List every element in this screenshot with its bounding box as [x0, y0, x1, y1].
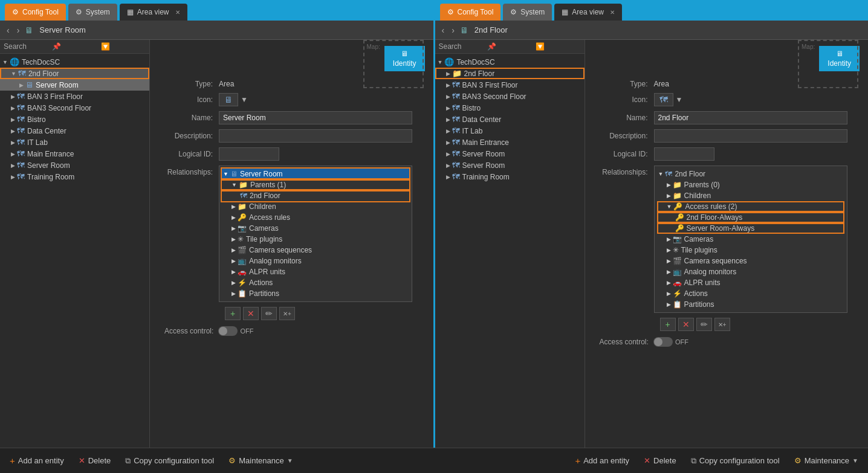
left-add-entity-btn[interactable]: + Add an entity [10, 455, 64, 466]
right-tree-item-2ndfloor[interactable]: ▶ 📁 2nd Floor [435, 68, 585, 79]
left-rel-removeadd-btn[interactable]: ✕+ [279, 307, 295, 320]
left-tab-system[interactable]: ⚙ System [68, 4, 117, 21]
tree-item-bistro[interactable]: ▶ 🗺 Bistro [0, 114, 149, 125]
right-tab-system[interactable]: ⚙ System [503, 4, 552, 21]
right-rel-item-2ndflooralways[interactable]: 🔑 2nd Floor-Always [657, 212, 844, 223]
tree-item-serverroom2[interactable]: ▶ 🗺 Server Room [0, 159, 149, 171]
rel-item-partitions[interactable]: ▶ 📋 Partitions [222, 288, 409, 299]
right-rel-item-partitions[interactable]: ▶ 📋 Partitions [657, 299, 844, 310]
right-search-pin-icon[interactable]: 📌 [487, 42, 532, 51]
right-desc-input[interactable] [654, 129, 847, 143]
right-tree-ban3second[interactable]: ▶ 🗺 BAN3 Second Floor [435, 91, 585, 102]
right-tree-datacenter[interactable]: ▶ 🗺 Data Center [435, 114, 585, 125]
right-rel-item-accessrules[interactable]: ▼ 🔑 Access rules (2) [657, 201, 844, 212]
left-tab-areaview[interactable]: ▦ Area view ✕ [120, 4, 187, 21]
right-tree-serverroom3[interactable]: ▶ 🗺 Server Room [435, 148, 585, 159]
left-tab-areaview-label: Area view [137, 8, 169, 16]
right-rel-item-cameras[interactable]: ▶ 📷 Cameras [657, 234, 844, 245]
tree-item-itlab[interactable]: ▶ 🗺 IT Lab [0, 137, 149, 148]
left-search-pin-icon[interactable]: 📌 [52, 42, 97, 51]
right-tree-mainentrance[interactable]: ▶ 🗺 Main Entrance [435, 137, 585, 148]
left-tab-config[interactable]: ⚙ Config Tool [5, 4, 66, 21]
right-tab-close[interactable]: ✕ [610, 9, 615, 16]
left-desc-input[interactable] [219, 129, 412, 143]
right-rel-item-actions[interactable]: ▶ ⚡ Actions [657, 288, 844, 299]
right-tree-bistro[interactable]: ▶ 🗺 Bistro [435, 102, 585, 114]
right-rel-item-camseq[interactable]: ▶ 🎬 Camera sequences [657, 256, 844, 266]
right-rel-add-btn[interactable]: + [660, 318, 676, 331]
right-rel-item-monitors[interactable]: ▶ 📺 Analog monitors [657, 266, 844, 277]
rel-item-cameras[interactable]: ▶ 📷 Cameras [222, 223, 409, 234]
left-access-toggle[interactable]: OFF [218, 326, 253, 336]
maint-arrow-left: ▼ [287, 457, 293, 464]
right-rel-edit-btn[interactable]: ✏ [696, 318, 712, 331]
right-rel-item-2ndfloor[interactable]: ▼ 🗺 2nd Floor [657, 169, 844, 179]
rel-item-actions[interactable]: ▶ ⚡ Actions [222, 277, 409, 288]
left-copy-btn[interactable]: ⧉ Copy configuration tool [125, 456, 214, 466]
right-tree-serverroom4[interactable]: ▶ 🗺 Server Room [435, 159, 585, 171]
rel-item-camseq[interactable]: ▶ 🎬 Camera sequences [222, 245, 409, 256]
right-tab-areaview[interactable]: ▦ Area view ✕ [554, 4, 622, 21]
left-maintenance-btn[interactable]: ⚙ Maintenance ▼ [228, 456, 293, 465]
right-icon-selector[interactable]: 🗺 ▼ [654, 93, 683, 106]
rel-item-serverroom[interactable]: ▼ 🖥 Server Room [222, 169, 409, 179]
right-tree-item-root[interactable]: ▼ 🌐 TechDocSC [435, 56, 585, 68]
rel-item-children[interactable]: ▶ 📁 Children [222, 201, 409, 212]
left-search-filter-icon[interactable]: 🔽 [101, 42, 146, 51]
rel-item-2ndfloor[interactable]: 🗺 2nd Floor [222, 190, 409, 201]
tree-item-serverroom[interactable]: ▶ 🖥 Server Room [0, 79, 149, 91]
right-logicalid-input[interactable] [654, 147, 714, 161]
right-rel-remove-btn[interactable]: ✕ [678, 318, 694, 331]
right-copy-btn[interactable]: ⧉ Copy configuration tool [691, 456, 780, 466]
root-icon: 🌐 [10, 57, 19, 66]
right-rel-item-alpr[interactable]: ▶ 🚗 ALPR units [657, 277, 844, 288]
left-logicalid-input[interactable] [219, 147, 279, 161]
left-icon-dropdown[interactable]: ▼ [241, 95, 248, 104]
area-icon-serverroom2: 🗺 [17, 161, 25, 170]
left-nav-forward[interactable]: › [15, 25, 22, 35]
tree-item-root[interactable]: ▼ 🌐 TechDocSC [0, 56, 149, 68]
left-nav-back[interactable]: ‹ [5, 25, 11, 35]
right-nav-back[interactable]: ‹ [440, 25, 447, 35]
left-icon-selector[interactable]: 🖥 ▼ [219, 93, 248, 106]
rel-item-monitors[interactable]: ▶ 📺 Analog monitors [222, 256, 409, 266]
tree-item-datacenter[interactable]: ▶ 🗺 Data Center [0, 125, 149, 137]
tree-item-mainentrance[interactable]: ▶ 🗺 Main Entrance [0, 148, 149, 159]
right-rel-removeadd-btn[interactable]: ✕+ [714, 318, 730, 331]
rel-item-accessrules[interactable]: ▶ 🔑 Access rules [222, 212, 409, 223]
rel-item-alpr[interactable]: ▶ 🚗 ALPR units [222, 266, 409, 277]
rel-label-monitors: Analog monitors [249, 257, 302, 265]
left-rel-edit-btn[interactable]: ✏ [261, 307, 277, 320]
right-rel-item-parents[interactable]: ▶ 📁 Parents (0) [657, 179, 844, 190]
tree-item-trainingroom[interactable]: ▶ 🗺 Training Room [0, 171, 149, 182]
right-nav-forward[interactable]: › [450, 25, 456, 35]
right-rel-item-children[interactable]: ▶ 📁 Children [657, 190, 844, 201]
right-tree-ban3first[interactable]: ▶ 🗺 BAN 3 First Floor [435, 79, 585, 91]
left-rel-remove-btn[interactable]: ✕ [243, 307, 259, 320]
right-add-entity-btn[interactable]: + Add an entity [575, 455, 629, 466]
right-access-toggle[interactable]: OFF [653, 337, 688, 347]
right-search-filter-icon[interactable]: 🔽 [536, 42, 580, 51]
left-panel-location: Server Room [39, 25, 86, 34]
right-tree-itlab[interactable]: ▶ 🗺 IT Lab [435, 125, 585, 137]
right-map-label: Map: [802, 43, 815, 50]
right-maintenance-btn[interactable]: ⚙ Maintenance ▼ [794, 456, 858, 465]
rel-item-parents[interactable]: ▼ 📁 Parents (1) [222, 179, 409, 190]
right-rel-area-icon: 🗺 [665, 170, 672, 178]
rel-item-tileplugins[interactable]: ▶ ✳ Tile plugins [222, 234, 409, 245]
tree-item-ban3second[interactable]: ▶ 🗺 BAN3 Second Floor [0, 102, 149, 114]
tree-item-2ndfloor[interactable]: ▼ 🗺 2nd Floor [0, 68, 149, 79]
right-rel-item-serverroomalways[interactable]: 🔑 Server Room-Always [657, 223, 844, 234]
right-icon-dropdown[interactable]: ▼ [676, 95, 683, 104]
right-tree-trainingroom[interactable]: ▶ 🗺 Training Room [435, 171, 585, 182]
right-tab-config[interactable]: ⚙ Config Tool [440, 4, 501, 21]
rel-label-serverroom: Server Room [240, 170, 283, 178]
left-delete-btn[interactable]: ✕ Delete [79, 456, 111, 465]
left-rel-add-btn[interactable]: + [225, 307, 241, 320]
right-name-input[interactable] [654, 111, 847, 124]
right-rel-item-tileplugins[interactable]: ▶ ✳ Tile plugins [657, 245, 844, 256]
left-name-input[interactable] [219, 111, 412, 124]
left-tab-close[interactable]: ✕ [175, 9, 180, 16]
tree-item-ban3first[interactable]: ▶ 🗺 BAN 3 First Floor [0, 91, 149, 102]
right-delete-btn[interactable]: ✕ Delete [644, 456, 676, 465]
